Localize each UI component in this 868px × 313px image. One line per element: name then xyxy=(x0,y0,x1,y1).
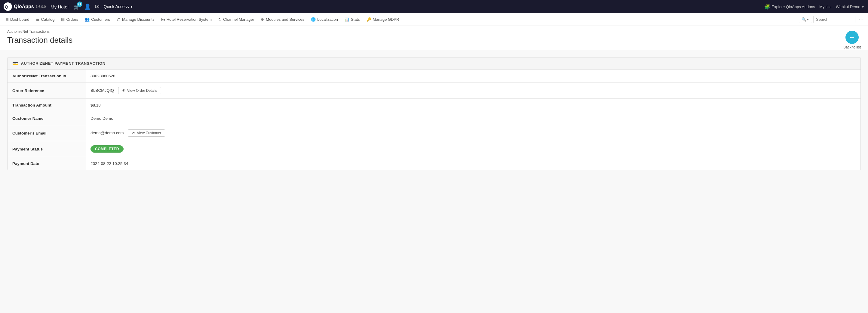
more-icon: ⋯ xyxy=(858,17,864,23)
chevron-down-icon: ▼ xyxy=(130,5,133,8)
top-navigation: Q QloApps 1.6.0.0 My Hotel 🛒 21 👤 ✉ Quic… xyxy=(0,0,868,13)
field-value-payment-date: 2024-08-22 10:25:34 xyxy=(86,157,861,170)
transaction-id-value: 80023980528 xyxy=(91,74,116,78)
page-header: AuthorizeNet Transactions Transaction de… xyxy=(0,26,868,50)
user-icon: 👤 xyxy=(84,3,91,10)
chevron-down-icon-webkul: ▼ xyxy=(861,5,864,9)
mail-icon: ✉ xyxy=(95,3,99,10)
menu-label-catalog: Catalog xyxy=(41,17,55,22)
field-label-order-ref: Order Reference xyxy=(7,83,86,99)
field-value-customer-name: Demo Demo xyxy=(86,112,861,125)
orders-icon: ▤ xyxy=(61,17,65,22)
cart-button[interactable]: 🛒 21 xyxy=(73,3,80,10)
menu-item-manage-discounts[interactable]: 🏷 Manage Discounts xyxy=(114,15,158,24)
menu-item-orders[interactable]: ▤ Orders xyxy=(58,15,81,24)
search-icon: 🔍 xyxy=(802,17,806,22)
transaction-amount-value: $8.18 xyxy=(91,103,101,108)
table-row: Order Reference BLBCMJQIQ 👁 View Order D… xyxy=(7,83,861,99)
field-value-customer-email: demo@demo.com 👁 View Customer xyxy=(86,125,861,141)
menu-label-manage-gdpr: Manage GDPR xyxy=(373,17,399,22)
search-area: 🔍 ▼ ⋯ xyxy=(799,15,866,24)
field-label-customer-name: Customer Name xyxy=(7,112,86,125)
menu-item-catalog[interactable]: ☰ Catalog xyxy=(33,15,58,24)
field-value-order-ref: BLBCMJQIQ 👁 View Order Details xyxy=(86,83,861,99)
back-to-list-label: Back to list xyxy=(843,45,861,49)
my-site-link[interactable]: My site xyxy=(819,4,832,9)
mail-icon-button[interactable]: ✉ xyxy=(95,3,99,10)
menu-label-modules-services: Modules and Services xyxy=(266,17,304,22)
hotel-icon: 🛏 xyxy=(161,17,165,22)
catalog-icon: ☰ xyxy=(36,17,40,22)
status-badge: COMPLETED xyxy=(91,145,124,152)
menu-item-channel-manager[interactable]: ↻ Channel Manager xyxy=(215,15,257,24)
gdpr-icon: 🔑 xyxy=(367,17,371,22)
webkul-dropdown[interactable]: Webkul Demo ▼ xyxy=(836,4,864,9)
table-row: Payment Date 2024-08-22 10:25:34 xyxy=(7,157,861,170)
view-order-details-button[interactable]: 👁 View Order Details xyxy=(118,87,161,94)
table-row: Customer Name Demo Demo xyxy=(7,112,861,125)
menu-label-customers: Customers xyxy=(91,17,110,22)
menu-item-customers[interactable]: 👥 Customers xyxy=(82,15,113,24)
view-customer-button[interactable]: 👁 View Customer xyxy=(128,130,165,137)
app-name: QloApps xyxy=(14,4,34,9)
field-label-transaction-amount: Transaction Amount xyxy=(7,99,86,112)
menu-item-modules-services[interactable]: ⚙ Modules and Services xyxy=(258,15,307,24)
menu-label-hotel-reservation: Hotel Reservation System xyxy=(166,17,212,22)
field-value-payment-status: COMPLETED xyxy=(86,141,861,157)
menu-item-manage-gdpr[interactable]: 🔑 Manage GDPR xyxy=(364,15,402,24)
top-nav-right: 🧩 Explore QloApps Addons My site Webkul … xyxy=(764,4,864,10)
cart-badge: 21 xyxy=(77,1,82,7)
back-to-list-button[interactable]: ← Back to list xyxy=(843,31,861,49)
modules-icon: ⚙ xyxy=(261,17,264,22)
table-row: Transaction Amount $8.18 xyxy=(7,99,861,112)
menu-bar: ⊞ Dashboard ☰ Catalog ▤ Orders 👥 Custome… xyxy=(0,13,868,26)
field-label-transaction-id: AuthorizeNet Transaction Id xyxy=(7,69,86,83)
customers-icon: 👥 xyxy=(85,17,90,22)
search-dropdown-arrow: ▼ xyxy=(806,18,809,21)
qlo-logo-icon: Q xyxy=(4,2,12,11)
customer-name-value: Demo Demo xyxy=(91,116,113,121)
search-input[interactable] xyxy=(813,16,856,23)
user-icon-button[interactable]: 👤 xyxy=(84,3,91,10)
my-hotel-link[interactable]: My Hotel xyxy=(51,4,68,9)
top-nav-icons: 🛒 21 👤 ✉ Quick Access ▼ xyxy=(73,3,133,10)
menu-item-stats[interactable]: 📊 Stats xyxy=(342,15,363,24)
explore-addons-link[interactable]: 🧩 Explore QloApps Addons xyxy=(764,4,815,10)
section-header-label: AUTHORIZENET PAYMENT TRANSACTION xyxy=(21,61,105,66)
payment-date-value: 2024-08-22 10:25:34 xyxy=(91,161,128,166)
app-version: 1.6.0.0 xyxy=(36,5,46,8)
quick-access-button[interactable]: Quick Access ▼ xyxy=(104,4,133,9)
field-label-payment-date: Payment Date xyxy=(7,157,86,170)
table-row: Customer's Email demo@demo.com 👁 View Cu… xyxy=(7,125,861,141)
explore-icon: 🧩 xyxy=(764,4,770,10)
quick-access-label: Quick Access xyxy=(104,4,129,9)
page-title: Transaction details xyxy=(7,35,861,45)
field-label-payment-status: Payment Status xyxy=(7,141,86,157)
field-value-transaction-amount: $8.18 xyxy=(86,99,861,112)
field-label-customer-email: Customer's Email xyxy=(7,125,86,141)
view-order-label: View Order Details xyxy=(127,88,157,93)
credit-card-icon: 💳 xyxy=(12,60,19,66)
customer-email-value: demo@demo.com xyxy=(91,131,124,135)
svg-text:Q: Q xyxy=(5,4,8,9)
main-content: 💳 AUTHORIZENET PAYMENT TRANSACTION Autho… xyxy=(0,50,868,313)
stats-icon: 📊 xyxy=(345,17,349,22)
back-circle-icon: ← xyxy=(845,31,859,44)
discounts-icon: 🏷 xyxy=(117,17,121,22)
menu-label-channel-manager: Channel Manager xyxy=(223,17,254,22)
eye-icon-customer: 👁 xyxy=(132,131,135,135)
transaction-card: 💳 AUTHORIZENET PAYMENT TRANSACTION Autho… xyxy=(7,57,861,170)
more-options-button[interactable]: ⋯ xyxy=(857,15,866,24)
transaction-details-table: AuthorizeNet Transaction Id 80023980528 … xyxy=(7,69,861,170)
table-row: Payment Status COMPLETED xyxy=(7,141,861,157)
menu-item-dashboard[interactable]: ⊞ Dashboard xyxy=(2,15,32,24)
menu-label-stats: Stats xyxy=(351,17,360,22)
breadcrumb: AuthorizeNet Transactions xyxy=(7,29,861,34)
view-customer-label: View Customer xyxy=(137,131,161,135)
menu-label-manage-discounts: Manage Discounts xyxy=(122,17,155,22)
menu-item-hotel-reservation[interactable]: 🛏 Hotel Reservation System xyxy=(158,15,215,24)
dashboard-icon: ⊞ xyxy=(5,17,9,22)
localization-icon: 🌐 xyxy=(311,17,316,22)
search-button[interactable]: 🔍 ▼ xyxy=(799,16,812,23)
menu-item-localization[interactable]: 🌐 Localization xyxy=(308,15,341,24)
